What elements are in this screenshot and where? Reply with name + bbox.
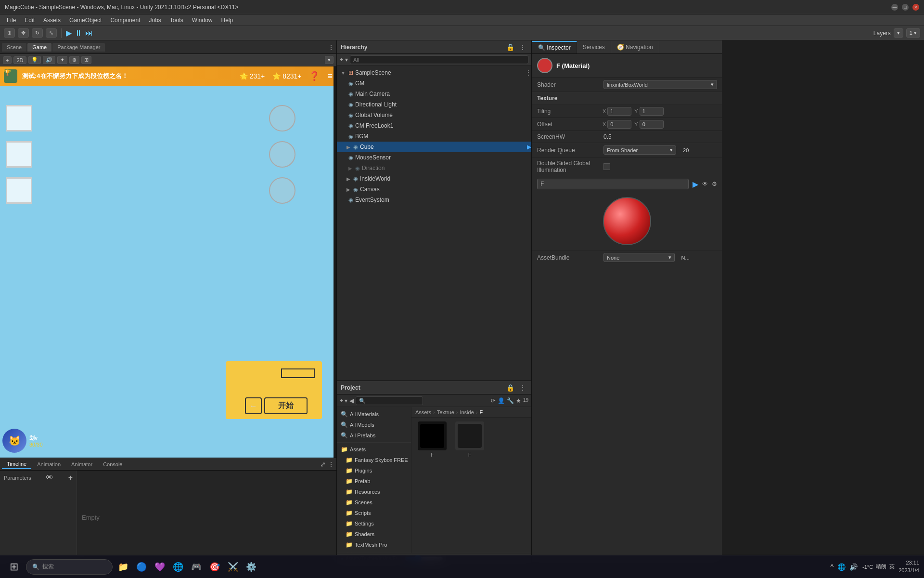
f-settings-button[interactable]: ⚙ [712,181,717,187]
tab-inspector[interactable]: 🔍 Inspector [532,41,577,53]
hierarchy-search-input[interactable] [350,55,528,64]
scene-toolbar-fx[interactable]: ✦ [57,56,67,64]
tree-item-maincamera[interactable]: ◉ Main Camera [337,89,531,99]
maximize-button[interactable]: □ [902,4,909,11]
toolbar-move[interactable]: ✥ [18,28,29,38]
tab-console[interactable]: Console [98,460,127,469]
pause-button[interactable]: ⏸ [75,29,82,38]
project-menu[interactable]: ⋮ [518,383,527,392]
scene-toolbar-gizmos[interactable]: ⊛ [69,56,79,64]
toolbar-rotate[interactable]: ↻ [32,28,43,38]
folder-all-prefabs[interactable]: 🔍 All Prefabs [337,430,411,441]
scene-aspect[interactable]: ▾ [325,56,334,64]
asset-bundle-dropdown[interactable]: None ▾ [603,253,675,262]
tree-item-samplescene[interactable]: ▼ ⊞ SampleScene ⋮ [337,67,531,78]
taskbar-explorer[interactable]: 📁 [116,559,131,575]
tab-services[interactable]: Services [577,41,611,53]
menu-help[interactable]: Help [218,16,237,25]
tree-item-globalvolume[interactable]: ◉ Global Volume [337,110,531,120]
tree-item-bgm[interactable]: ◉ BGM [337,131,531,142]
hierarchy-menu[interactable]: ⋮ [518,43,527,52]
folder-plugins[interactable]: 📁 Plugins [337,465,411,476]
scene-toolbar-grid[interactable]: ⊞ [81,56,91,64]
close-button[interactable]: ✕ [912,4,919,11]
folder-scenes[interactable]: 📁 Scenes [337,497,411,508]
menu-component[interactable]: Component [106,16,144,25]
taskbar-search[interactable]: 🔍 搜索 [26,559,113,575]
project-user-icon[interactable]: 👤 [498,397,505,404]
bc-textrue[interactable]: Textrue [437,409,454,415]
taskbar-epic[interactable]: 🎯 [207,559,222,575]
layout-dropdown[interactable]: 1 ▾ [906,28,920,38]
tray-network[interactable]: 🌐 [836,562,847,572]
tiling-y-input[interactable] [640,107,664,116]
folder-prefab[interactable]: 📁 Prefab [337,476,411,486]
tab-game[interactable]: Game [27,43,51,52]
project-settings-icon[interactable]: 🔧 [507,397,514,404]
menu-gameobject[interactable]: GameObject [65,16,105,25]
params-eye[interactable]: 👁 [46,473,53,482]
scene-toolbar-light[interactable]: 💡 [28,56,41,64]
bc-inside[interactable]: Inside [460,409,474,415]
tree-item-cmfreelook[interactable]: ◉ CM FreeLook1 [337,120,531,131]
layers-dropdown[interactable]: ▾ [894,28,903,38]
asset-item-f1[interactable]: F [415,421,449,458]
folder-settings[interactable]: 📁 Settings [337,518,411,529]
taskbar-steam[interactable]: 🎮 [189,559,204,575]
hierarchy-scene-menu[interactable]: ⋮ [526,69,531,76]
tree-item-eventsystem[interactable]: ◉ EventSystem [337,195,531,205]
taskbar-edge[interactable]: 🌐 [170,559,186,575]
tab-animation[interactable]: Animation [32,460,65,469]
tree-item-diraction[interactable]: ▶ ◉ Diraction [337,163,531,173]
f-play-button[interactable]: ▶ [693,180,698,189]
taskbar-settings[interactable]: ⚙️ [244,559,259,575]
offset-y-input[interactable] [640,120,664,129]
minimize-button[interactable]: — [891,4,898,11]
menu-edit[interactable]: Edit [21,16,38,25]
f-eye-button[interactable]: 👁 [702,181,708,187]
folder-shaders[interactable]: 📁 Shaders [337,529,411,539]
clock[interactable]: 23:11 2023/1/4 [898,559,919,574]
shader-dropdown[interactable]: linxinfa/BoxWorld ▾ [603,80,717,89]
folder-textmesh[interactable]: 📁 TextMesh Pro [337,539,411,550]
tab-scene[interactable]: Scene [2,43,26,52]
tab-navigation[interactable]: 🧭 Navigation [611,41,659,53]
tree-item-mousesensor[interactable]: ◉ MouseSensor [337,152,531,163]
folder-assets[interactable]: 📁 Assets [337,444,411,455]
tab-package-manager[interactable]: Package Manager [52,43,105,52]
taskbar-unity[interactable]: 🔵 [134,559,149,575]
input-method[interactable]: 英 [889,563,895,570]
hierarchy-filter[interactable]: ▾ [345,56,348,63]
project-add[interactable]: + ▾ [340,397,347,404]
tiling-x-input[interactable] [607,107,631,116]
scene-toolbar-2d[interactable]: 2D [13,56,26,64]
scene-drag-handle[interactable] [334,66,336,458]
f-input[interactable] [537,179,689,189]
cube-arrow-right[interactable]: ▶ [527,144,531,150]
project-back[interactable]: ◀ [349,397,354,404]
taskbar-battle[interactable]: ⚔️ [225,559,241,575]
scene-toolbar-add[interactable]: + [3,56,12,64]
scene-toolbar-audio[interactable]: 🔊 [43,56,55,64]
double-sided-checkbox[interactable] [603,163,610,170]
render-queue-dropdown[interactable]: From Shader ▾ [603,145,676,155]
tree-item-cube[interactable]: ▶ ◉ Cube ▶ [337,142,531,152]
project-search[interactable] [356,396,423,405]
tab-timeline[interactable]: Timeline [2,460,31,469]
tray-sound[interactable]: 🔊 [848,562,859,572]
menu-assets[interactable]: Assets [39,16,64,25]
bc-assets[interactable]: Assets [415,409,431,415]
folder-all-materials[interactable]: 🔍 All Materials [337,409,411,420]
start-button[interactable]: 开始 [264,397,308,414]
folder-all-models[interactable]: 🔍 All Models [337,420,411,430]
bc-f[interactable]: F [479,409,483,415]
tree-item-gm[interactable]: ◉ GM [337,78,531,89]
tree-item-directionallight[interactable]: ◉ Directional Light [337,99,531,110]
toolbar-transform[interactable]: ⊕ [4,28,15,38]
menu-window[interactable]: Window [188,16,217,25]
hierarchy-lock[interactable]: 🔒 [505,43,516,52]
asset-item-f2[interactable]: F [453,421,487,458]
arrow-button[interactable]: ← [245,397,262,414]
menu-jobs[interactable]: Jobs [145,16,165,25]
offset-x-input[interactable] [607,120,631,129]
